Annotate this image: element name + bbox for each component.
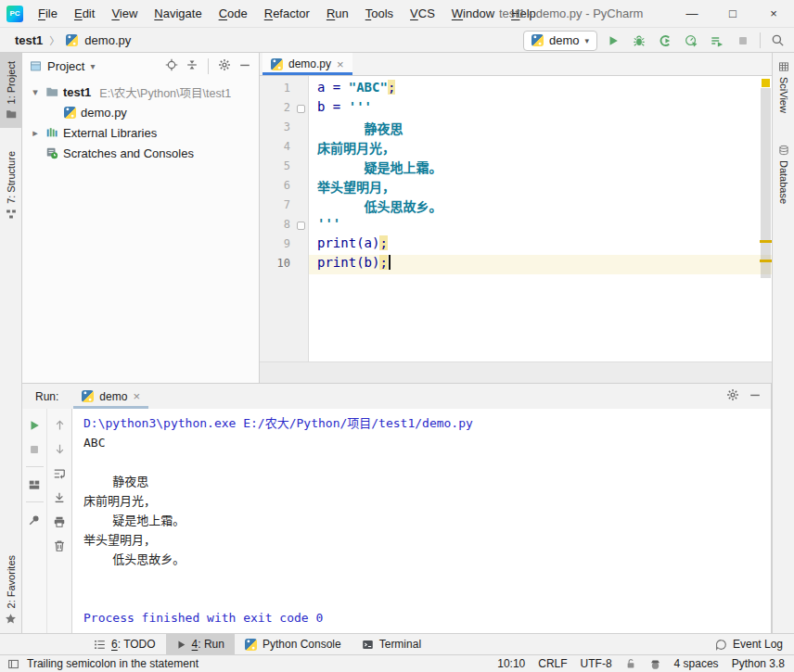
breadcrumb-file[interactable]: demo.py — [84, 33, 131, 47]
editor-tab-label: demo.py — [288, 57, 331, 70]
encoding-widget[interactable]: UTF-8 — [581, 657, 612, 670]
fold-marker[interactable] — [297, 222, 305, 230]
editor-line[interactable]: 5 疑是地上霜。 — [260, 158, 772, 177]
down-button[interactable] — [49, 439, 70, 459]
editor-line[interactable]: 1a = "ABC"; — [260, 80, 772, 99]
scrollbar-thumb[interactable] — [761, 88, 771, 278]
minus-button[interactable] — [749, 388, 762, 404]
runlist-button[interactable] — [706, 31, 727, 51]
menu-tools[interactable]: Tools — [358, 3, 401, 24]
editor-line[interactable]: 7 低头思故乡。 — [260, 197, 772, 216]
menu-run[interactable]: Run — [319, 3, 356, 24]
menu-window[interactable]: Window — [444, 3, 502, 24]
trash-button[interactable] — [49, 536, 70, 555]
pin-button[interactable] — [24, 510, 45, 529]
toolwindow-button-todo[interactable]: 6: TODO — [83, 634, 166, 654]
stripe-label: Database — [778, 160, 789, 204]
debug-button[interactable] — [628, 31, 649, 51]
toolwindow-button-run[interactable]: 4: Run — [166, 634, 235, 654]
collapse-button[interactable] — [186, 58, 198, 74]
locate-button[interactable] — [165, 58, 178, 74]
stop-icon — [28, 443, 41, 456]
softwrap-button[interactable] — [49, 463, 70, 483]
toolwindow-button-1-project[interactable]: 1: Project — [0, 53, 21, 128]
editor-canvas[interactable]: 1a = "ABC";2b = '''3 静夜思4床前明月光，5 疑是地上霜。6… — [260, 76, 772, 361]
play-button[interactable] — [602, 31, 623, 51]
menu-refactor[interactable]: Refactor — [257, 3, 317, 24]
line-separator-widget[interactable]: CRLF — [538, 657, 567, 670]
editor-scrollbar[interactable] — [760, 76, 772, 361]
scrollend-button[interactable] — [49, 488, 70, 507]
gear-button[interactable] — [726, 388, 739, 404]
toolwindow-toggle-icon[interactable] — [7, 658, 19, 670]
tree-item-test1[interactable]: ▾test1E:\农大\Python\项目\test1 — [22, 82, 259, 102]
fold-marker[interactable] — [297, 105, 305, 113]
line-number: 7 — [284, 198, 290, 211]
coverage-button[interactable] — [654, 31, 675, 51]
breadcrumb-project[interactable]: test1 — [15, 33, 43, 47]
inspection-marker[interactable] — [762, 79, 770, 87]
toolwindow-button-python-console[interactable]: Python Console — [235, 634, 352, 654]
chevron-down-icon[interactable]: ▾ — [30, 86, 41, 98]
indent-widget[interactable]: 4 spaces — [674, 657, 719, 670]
unlock-icon[interactable] — [625, 658, 636, 669]
minimize-button[interactable]: — — [672, 0, 712, 27]
stop-button[interactable] — [24, 439, 45, 459]
stop-button[interactable] — [732, 31, 753, 51]
menu-view[interactable]: View — [104, 3, 145, 24]
toolwindow-button-sciview[interactable]: SciView — [773, 53, 794, 121]
menu-code[interactable]: Code — [211, 3, 255, 24]
menu-vcs[interactable]: VCS — [403, 3, 442, 24]
toolwindow-button-terminal[interactable]: Terminal — [352, 634, 431, 654]
menu-navigate[interactable]: Navigate — [147, 3, 209, 24]
warning-stripe-mark[interactable] — [760, 240, 772, 243]
run-configuration-select[interactable]: demo ▾ — [523, 31, 597, 51]
menu-edit[interactable]: Edit — [67, 3, 102, 24]
close-icon[interactable]: × — [337, 58, 344, 70]
toolwindow-button-database[interactable]: Database — [773, 136, 794, 212]
editor-line[interactable]: 3 静夜思 — [260, 119, 772, 138]
editor-tab-demo-py[interactable]: demo.py × — [263, 53, 352, 75]
warning-stripe-mark[interactable] — [760, 260, 772, 262]
maximize-button[interactable]: □ — [712, 0, 753, 27]
editor-line[interactable]: 4床前明月光， — [260, 138, 772, 158]
menu-file[interactable]: File — [31, 3, 65, 24]
layout-button[interactable] — [24, 475, 45, 494]
minus-button[interactable] — [238, 58, 251, 74]
toolwindow-button-7-structure[interactable]: 7: Structure — [0, 143, 21, 228]
code-line: 静夜思 — [309, 119, 772, 138]
printer-button[interactable] — [49, 512, 70, 531]
interpreter-widget[interactable]: Python 3.8 — [732, 657, 785, 670]
editor-line[interactable]: 2b = ''' — [260, 99, 772, 119]
locate-icon — [165, 58, 178, 71]
editor-line[interactable]: 6举头望明月， — [260, 177, 772, 197]
tree-item-scratches-and-consoles[interactable]: Scratches and Consoles — [22, 143, 259, 163]
close-icon[interactable]: × — [133, 390, 140, 402]
editor-hscrollbar-area[interactable] — [260, 361, 772, 383]
tree-item-demo-py[interactable]: demo.py — [22, 102, 259, 122]
search-everywhere-button[interactable] — [767, 31, 788, 51]
gear-button[interactable] — [218, 58, 231, 74]
event-log-button[interactable]: Event Log — [715, 634, 783, 654]
caret-position-widget[interactable]: 10:10 — [497, 657, 525, 670]
highlighting-level-icon[interactable] — [649, 658, 661, 670]
python-logo-icon — [82, 390, 94, 402]
run-console-output[interactable]: D:\python3\python.exe E:/农大/Python/项目/te… — [72, 409, 771, 634]
project-panel-title[interactable]: Project — [47, 59, 84, 73]
run-tab-demo[interactable]: demo × — [73, 384, 148, 409]
editor: demo.py × 1a = "ABC";2b = '''3 静夜思4床前明月光… — [260, 53, 772, 383]
menu-bar: FileEditViewNavigateCodeRefactorRunTools… — [31, 3, 544, 24]
toolwindow-button-2-favorites[interactable]: 2: Favorites — [0, 547, 21, 633]
up-button[interactable] — [49, 415, 70, 435]
project-tree: ▾test1E:\农大\Python\项目\test1demo.py▸Exter… — [22, 79, 259, 163]
editor-line[interactable]: 9print(a); — [260, 235, 772, 255]
profiler-button[interactable] — [680, 31, 701, 51]
tree-item-external-libraries[interactable]: ▸External Libraries — [22, 122, 259, 143]
editor-line[interactable]: 8''' — [260, 216, 772, 235]
editor-line[interactable]: 10print(b); — [260, 255, 772, 274]
close-button[interactable]: × — [753, 0, 794, 27]
play-button[interactable] — [24, 415, 45, 435]
chevron-right-icon[interactable]: ▸ — [30, 127, 41, 139]
tree-item-name: demo.py — [81, 106, 127, 120]
status-widgets: 10:10 CRLF UTF-8 4 spaces Python 3.8 — [497, 655, 785, 672]
